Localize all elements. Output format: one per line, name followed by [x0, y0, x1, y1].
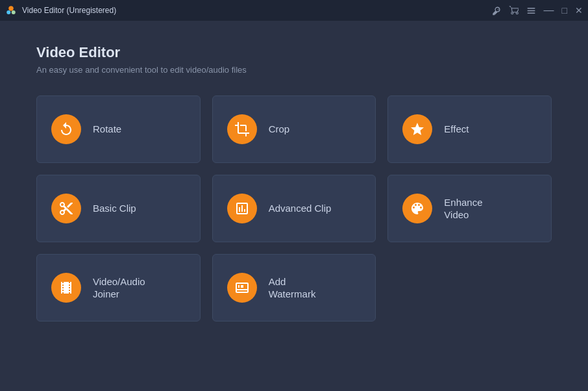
basic-clip-icon-circle: [51, 194, 81, 223]
crop-icon: [234, 121, 250, 137]
advanced-clip-label: Advanced Clip: [269, 202, 332, 215]
scissors-icon: [58, 201, 74, 216]
crop-icon-circle: [227, 114, 257, 144]
page-subtitle: An easy use and convenient tool to edit …: [36, 65, 552, 75]
enhance-video-card[interactable]: Enhance Video: [387, 175, 552, 242]
add-watermark-icon-circle: [227, 273, 257, 303]
minimize-button[interactable]: —: [544, 5, 554, 16]
basic-clip-card[interactable]: Basic Clip: [36, 175, 201, 242]
list-icon[interactable]: [526, 6, 536, 16]
svg-point-0: [8, 6, 14, 11]
crop-label: Crop: [269, 123, 290, 136]
video-audio-joiner-card[interactable]: Video/Audio Joiner: [36, 254, 201, 322]
advanced-clip-icon-circle: [227, 194, 257, 223]
basic-clip-label: Basic Clip: [93, 202, 136, 215]
advanced-clip-icon: [234, 201, 250, 216]
effect-label: Effect: [444, 123, 469, 136]
main-content: Video Editor An easy use and convenient …: [0, 21, 588, 341]
title-bar-controls: — □ ✕: [491, 5, 583, 16]
svg-rect-4: [527, 10, 535, 11]
rotate-label: Rotate: [93, 123, 121, 136]
rotate-icon: [58, 121, 74, 137]
close-button[interactable]: ✕: [575, 5, 583, 16]
cards-grid: Rotate Crop Effect: [36, 95, 552, 322]
title-bar-title: Video Editor (Unregistered): [22, 6, 116, 15]
title-bar-left: Video Editor (Unregistered): [5, 5, 116, 16]
svg-point-1: [6, 10, 10, 14]
advanced-clip-card[interactable]: Advanced Clip: [212, 175, 376, 242]
title-bar: Video Editor (Unregistered) — □ ✕: [0, 0, 588, 21]
svg-point-2: [12, 10, 16, 14]
maximize-button[interactable]: □: [562, 5, 567, 16]
film-icon: [58, 280, 74, 296]
add-watermark-label: Add Watermark: [269, 275, 316, 301]
enhance-video-icon-circle: [402, 194, 432, 223]
app-icon: [5, 5, 17, 16]
watermark-icon: [234, 280, 250, 296]
enhance-video-label: Enhance Video: [444, 196, 482, 221]
video-audio-joiner-label: Video/Audio Joiner: [93, 275, 145, 301]
rotate-icon-circle: [51, 114, 81, 144]
add-watermark-card[interactable]: Add Watermark: [212, 254, 376, 322]
effect-icon-circle: [402, 114, 432, 144]
effect-card[interactable]: Effect: [387, 95, 552, 163]
crop-card[interactable]: Crop: [212, 95, 376, 163]
page-title: Video Editor: [36, 44, 552, 61]
cart-icon[interactable]: [509, 6, 519, 16]
rotate-card[interactable]: Rotate: [36, 95, 201, 163]
svg-rect-5: [527, 12, 535, 14]
key-icon[interactable]: [491, 6, 501, 16]
effect-icon: [410, 121, 425, 137]
palette-icon: [410, 201, 425, 216]
svg-rect-3: [527, 8, 535, 9]
video-audio-joiner-icon-circle: [51, 273, 81, 303]
